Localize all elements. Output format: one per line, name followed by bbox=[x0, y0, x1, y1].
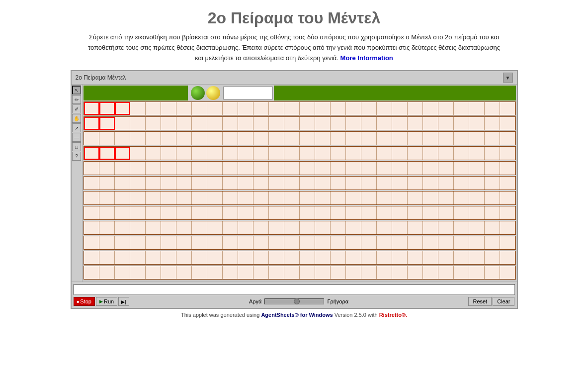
gen-cell-0-10 bbox=[238, 162, 253, 175]
clear-button[interactable]: Clear bbox=[493, 297, 514, 306]
gen-cell-2-11 bbox=[253, 192, 269, 204]
toolbar-eraser[interactable]: ✐ bbox=[72, 104, 81, 113]
empty-r1-cell-18 bbox=[361, 132, 377, 145]
gen-cell-4-1 bbox=[99, 221, 115, 234]
toolbar-help[interactable]: ? bbox=[72, 152, 81, 161]
gen-cell-2-20 bbox=[392, 192, 408, 204]
seed-yellow[interactable] bbox=[206, 86, 220, 100]
gen-cell-3-11 bbox=[253, 206, 269, 219]
gen-cell-4-19 bbox=[377, 221, 392, 234]
gen2-r1-cell-27 bbox=[500, 147, 515, 160]
gen-cell-4-5 bbox=[161, 221, 176, 234]
gen-cell-4-13 bbox=[284, 221, 300, 234]
toolbar: ↖ ✏ ✐ ✋ ↗ — □ ? bbox=[72, 85, 83, 282]
gen-cell-1-2 bbox=[115, 177, 130, 190]
red-cell-2[interactable] bbox=[99, 102, 115, 115]
command-input[interactable] bbox=[74, 284, 515, 295]
sim-dropdown-button[interactable]: ▼ bbox=[503, 73, 513, 83]
gen-cell-7-10 bbox=[238, 266, 253, 279]
gen-cell-0-14 bbox=[300, 162, 315, 175]
gen-cell-6-3 bbox=[130, 251, 146, 264]
controls-right: Reset Clear bbox=[468, 297, 514, 306]
toolbar-arrow[interactable]: ↗ bbox=[72, 123, 81, 132]
gen-cell-2-22 bbox=[423, 192, 438, 204]
gen-cell-1-21 bbox=[408, 177, 423, 190]
gen-cell-3-18 bbox=[361, 206, 377, 219]
gen-cell-1-6 bbox=[176, 177, 192, 190]
toolbar-cursor[interactable]: ↖ bbox=[72, 86, 81, 95]
gen-cell-4-27 bbox=[500, 221, 515, 234]
step-button[interactable] bbox=[118, 297, 129, 306]
gen1-r2-cell-20 bbox=[392, 117, 408, 130]
gen2-r1-cell-9 bbox=[223, 147, 238, 160]
red-cell-r2-2[interactable] bbox=[99, 117, 115, 130]
gen-cell-1-15 bbox=[315, 177, 331, 190]
more-information-link[interactable]: More Information bbox=[340, 54, 393, 62]
stop-button[interactable]: Stop bbox=[74, 297, 95, 306]
gen-cell-7-16 bbox=[331, 266, 346, 279]
gen-cell-6-27 bbox=[500, 251, 515, 264]
agentsheets-link[interactable]: AgentSheets® for Windows bbox=[261, 312, 334, 318]
footer-text2: Version 2.5.0 with bbox=[335, 312, 378, 318]
toolbar-pencil[interactable]: ✏ bbox=[72, 95, 81, 104]
gen-cell-5-27 bbox=[500, 236, 515, 249]
gen-cell-0-22 bbox=[423, 162, 438, 175]
gen-cell-3-5 bbox=[161, 206, 176, 219]
gen-cell-6-17 bbox=[346, 251, 361, 264]
gen-cell-2-24 bbox=[454, 192, 469, 204]
toolbar-hand[interactable]: ✋ bbox=[72, 114, 81, 123]
gen-cell-6-20 bbox=[392, 251, 408, 264]
reset-button[interactable]: Reset bbox=[468, 297, 492, 306]
gen-cell-4-22 bbox=[423, 221, 438, 234]
gen-cell-3-0 bbox=[84, 206, 99, 219]
gen-cell-1-20 bbox=[392, 177, 408, 190]
gen-cell-7-26 bbox=[485, 266, 500, 279]
gen1-cell-6 bbox=[176, 102, 192, 115]
gen-cell-4-14 bbox=[300, 221, 315, 234]
gen1-cell-9 bbox=[223, 102, 238, 115]
gen1-cell-10 bbox=[238, 102, 253, 115]
gen-cell-3-27 bbox=[500, 206, 515, 219]
run-button[interactable]: Run bbox=[96, 297, 117, 306]
toolbar-rect[interactable]: □ bbox=[72, 142, 81, 151]
gen-cell-5-2 bbox=[115, 236, 130, 249]
gen-cell-1-22 bbox=[423, 177, 438, 190]
gen-cell-0-2 bbox=[115, 162, 130, 175]
green-bar-left bbox=[84, 86, 188, 100]
footer: This applet was generated using AgentShe… bbox=[0, 309, 588, 320]
gen-cell-5-1 bbox=[99, 236, 115, 249]
red-cell-g2-3[interactable] bbox=[115, 147, 130, 160]
red-cell-r2-1[interactable] bbox=[84, 117, 99, 130]
red-cell-3[interactable] bbox=[115, 102, 130, 115]
gen-cell-0-24 bbox=[454, 162, 469, 175]
gen-cell-7-14 bbox=[300, 266, 315, 279]
green-bar-right bbox=[274, 86, 516, 100]
gen-cell-1-18 bbox=[361, 177, 377, 190]
red-cell-1[interactable] bbox=[84, 102, 99, 115]
gen2-r1-cell-6 bbox=[176, 147, 192, 160]
gen-cell-7-15 bbox=[315, 266, 331, 279]
gen-cell-2-12 bbox=[269, 192, 284, 204]
ristretto-link[interactable]: Ristretto®. bbox=[379, 312, 407, 318]
empty-r1-cell-14 bbox=[300, 132, 315, 145]
red-cell-g2-1[interactable] bbox=[84, 147, 99, 160]
gen-cell-7-23 bbox=[438, 266, 454, 279]
cross-textbox[interactable] bbox=[223, 87, 273, 99]
gen-row-2 bbox=[84, 191, 516, 205]
gen-cell-5-22 bbox=[423, 236, 438, 249]
speed-slider[interactable] bbox=[264, 298, 324, 304]
gen-cell-1-14 bbox=[300, 177, 315, 190]
gen-cell-3-25 bbox=[469, 206, 485, 219]
red-cell-g2-2[interactable] bbox=[99, 147, 115, 160]
gen-cell-6-11 bbox=[253, 251, 269, 264]
gen2-r1-cell-25 bbox=[469, 147, 485, 160]
gen-cell-2-27 bbox=[500, 192, 515, 204]
gen2-r1-cell-20 bbox=[392, 147, 408, 160]
gen-cell-4-18 bbox=[361, 221, 377, 234]
gen-cell-5-18 bbox=[361, 236, 377, 249]
gen-cell-2-23 bbox=[438, 192, 454, 204]
seed-green[interactable] bbox=[191, 86, 205, 100]
empty-r1-cell-19 bbox=[377, 132, 392, 145]
gen-cell-6-13 bbox=[284, 251, 300, 264]
toolbar-ruler[interactable]: — bbox=[72, 133, 81, 142]
